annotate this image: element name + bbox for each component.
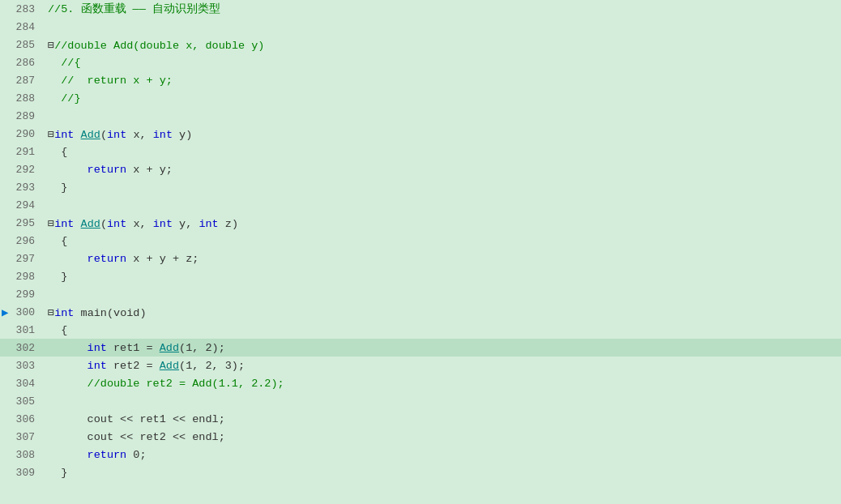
line-number: 295 bbox=[0, 217, 45, 229]
line-content: //5. 函数重载 —— 自动识别类型 bbox=[45, 2, 841, 16]
line-content bbox=[45, 21, 841, 33]
code-line: 296 { bbox=[0, 232, 841, 250]
code-line: 288 //} bbox=[0, 89, 841, 107]
line-number: 299 bbox=[0, 288, 45, 301]
line-number: 305 bbox=[0, 395, 45, 408]
line-number: 297 bbox=[0, 253, 45, 265]
code-line: 307 cout << ret2 << endl; bbox=[0, 428, 841, 446]
code-line: 297 return x + y + z; bbox=[0, 250, 841, 267]
line-content bbox=[45, 395, 841, 408]
code-line: 299 bbox=[0, 285, 841, 303]
line-content: ⊟int Add(int x, int y, int z) bbox=[45, 216, 841, 230]
line-number: 292 bbox=[0, 164, 45, 176]
code-line: 303 int ret2 = Add(1, 2, 3); bbox=[0, 357, 841, 374]
line-number: 304 bbox=[0, 378, 45, 390]
line-number: 294 bbox=[0, 199, 45, 211]
line-content: ⊟//double Add(double x, double y) bbox=[45, 38, 841, 52]
line-content: } bbox=[45, 182, 841, 194]
line-number: 290 bbox=[0, 128, 45, 140]
line-content: ⊟int main(void) bbox=[45, 305, 841, 319]
code-line: 285⊟//double Add(double x, double y) bbox=[0, 36, 841, 53]
code-line: 284 bbox=[0, 18, 841, 36]
line-content: { bbox=[45, 235, 841, 247]
code-line: 304 //double ret2 = Add(1.1, 2.2); bbox=[0, 374, 841, 392]
line-number: 301 bbox=[0, 324, 45, 336]
line-number: 302 bbox=[0, 342, 45, 354]
line-number: 307 bbox=[0, 431, 45, 443]
line-content bbox=[45, 110, 841, 122]
code-line: 291 { bbox=[0, 143, 841, 160]
line-content: cout << ret2 << endl; bbox=[45, 431, 841, 443]
code-line: ▶300⊟int main(void) bbox=[0, 303, 841, 321]
line-number: 287 bbox=[0, 75, 45, 87]
line-content: return x + y; bbox=[45, 164, 841, 176]
execution-arrow-icon: ▶ bbox=[2, 305, 8, 319]
line-content: int ret1 = Add(1, 2); bbox=[45, 342, 841, 354]
code-line: 286 //{ bbox=[0, 53, 841, 71]
code-line: 295⊟int Add(int x, int y, int z) bbox=[0, 214, 841, 232]
line-number: 298 bbox=[0, 271, 45, 283]
line-content: cout << ret1 << endl; bbox=[45, 413, 841, 425]
code-line: 283//5. 函数重载 —— 自动识别类型 bbox=[0, 0, 841, 18]
code-line: 292 return x + y; bbox=[0, 160, 841, 178]
line-content: //} bbox=[45, 92, 841, 105]
line-content: //double ret2 = Add(1.1, 2.2); bbox=[45, 378, 841, 390]
code-line: 306 cout << ret1 << endl; bbox=[0, 410, 841, 428]
line-content bbox=[45, 288, 841, 301]
code-line: 293 } bbox=[0, 178, 841, 196]
line-number: 308 bbox=[0, 449, 45, 461]
line-content: { bbox=[45, 324, 841, 336]
code-line: 289 bbox=[0, 107, 841, 125]
line-content: // return x + y; bbox=[45, 75, 841, 87]
line-content: return 0; bbox=[45, 449, 841, 461]
line-number: 289 bbox=[0, 110, 45, 122]
line-number: 293 bbox=[0, 182, 45, 194]
code-line: 305 bbox=[0, 392, 841, 410]
code-line: 298 } bbox=[0, 267, 841, 285]
line-number: 288 bbox=[0, 92, 45, 105]
code-line: 301 { bbox=[0, 321, 841, 339]
code-line: 294 bbox=[0, 196, 841, 214]
line-number: 283 bbox=[0, 3, 45, 15]
line-number: 309 bbox=[0, 467, 45, 479]
line-content: ⊟int Add(int x, int y) bbox=[45, 127, 841, 141]
line-content: } bbox=[45, 467, 841, 479]
line-number: 286 bbox=[0, 57, 45, 69]
code-editor: 283//5. 函数重载 —— 自动识别类型284 285⊟//double A… bbox=[0, 0, 841, 504]
line-number: 284 bbox=[0, 21, 45, 33]
line-content bbox=[45, 199, 841, 211]
line-content: //{ bbox=[45, 57, 841, 69]
line-content: return x + y + z; bbox=[45, 253, 841, 265]
code-line: 302 int ret1 = Add(1, 2); bbox=[0, 339, 841, 357]
code-line: 287 // return x + y; bbox=[0, 71, 841, 89]
line-number: 306 bbox=[0, 413, 45, 425]
code-line: 308 return 0; bbox=[0, 446, 841, 463]
line-number: 296 bbox=[0, 235, 45, 247]
line-number: 303 bbox=[0, 360, 45, 372]
code-line: 309 } bbox=[0, 463, 841, 481]
code-line: 290⊟int Add(int x, int y) bbox=[0, 125, 841, 143]
line-content: { bbox=[45, 146, 841, 158]
line-number: 285 bbox=[0, 39, 45, 51]
line-content: } bbox=[45, 271, 841, 283]
line-content: int ret2 = Add(1, 2, 3); bbox=[45, 360, 841, 372]
line-number: 291 bbox=[0, 146, 45, 158]
